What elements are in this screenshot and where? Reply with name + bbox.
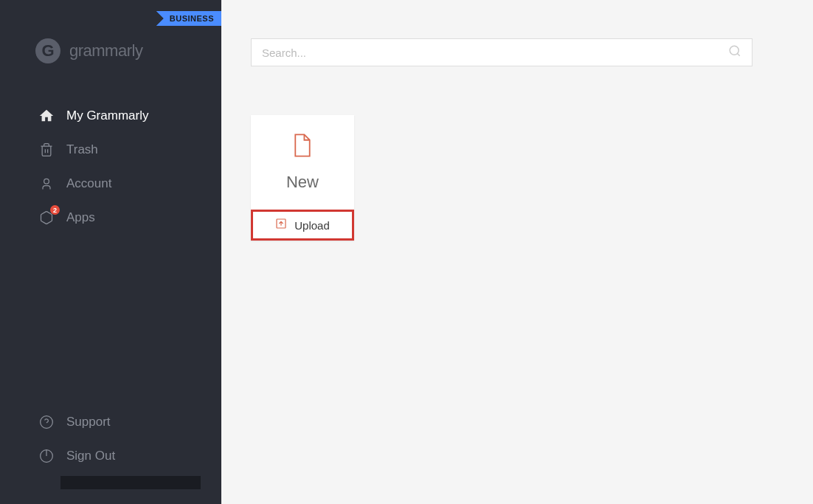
bottom-bar <box>60 476 201 489</box>
trash-icon <box>38 142 55 158</box>
logo-icon: G <box>35 38 60 63</box>
svg-line-5 <box>737 53 739 55</box>
sidebar: BUSINESS G grammarly My Grammarly Trash … <box>0 0 221 504</box>
sidebar-item-label: Trash <box>66 142 98 157</box>
sidebar-item-my-grammarly[interactable]: My Grammarly <box>0 99 221 133</box>
new-label: New <box>286 173 319 192</box>
sidebar-item-trash[interactable]: Trash <box>0 133 221 167</box>
main-content: New Upload <box>221 0 813 504</box>
sidebar-item-label: Sign Out <box>66 449 115 463</box>
sidebar-item-support[interactable]: Support <box>0 405 221 439</box>
sidebar-item-apps[interactable]: 2 Apps <box>0 201 221 235</box>
business-badge: BUSINESS <box>156 11 221 26</box>
logo[interactable]: G grammarly <box>0 0 221 63</box>
svg-point-4 <box>730 46 738 55</box>
sidebar-item-label: Support <box>66 415 111 429</box>
new-document-button[interactable]: New <box>251 115 354 210</box>
logo-text: grammarly <box>69 41 142 61</box>
svg-point-1 <box>41 416 53 429</box>
search-bar[interactable] <box>251 38 753 66</box>
home-icon <box>38 108 55 124</box>
upload-label: Upload <box>294 219 330 232</box>
signout-icon <box>38 448 55 464</box>
search-icon[interactable] <box>728 44 741 61</box>
sidebar-item-label: Account <box>66 176 111 191</box>
search-input[interactable] <box>262 46 728 59</box>
document-icon <box>291 133 314 161</box>
sidebar-item-label: Apps <box>66 210 95 225</box>
sidebar-item-account[interactable]: Account <box>0 167 221 201</box>
new-document-card: New Upload <box>251 115 354 241</box>
upload-icon <box>275 218 287 232</box>
sidebar-item-label: My Grammarly <box>66 108 148 123</box>
nav-bottom: Support Sign Out <box>0 405 221 504</box>
support-icon <box>38 414 55 430</box>
sidebar-item-signout[interactable]: Sign Out <box>0 439 221 473</box>
account-icon <box>38 176 55 192</box>
svg-point-0 <box>44 179 49 184</box>
apps-badge: 2 <box>50 205 60 215</box>
upload-button[interactable]: Upload <box>251 210 354 241</box>
nav-main: My Grammarly Trash Account 2 Apps <box>0 99 221 405</box>
